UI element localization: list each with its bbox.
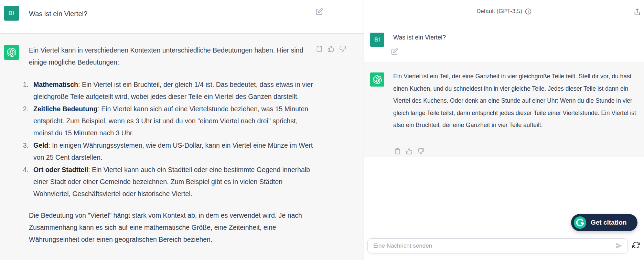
- message-action-icons: [394, 148, 424, 155]
- answer-intro: Ein Viertel kann in verschiedenen Kontex…: [29, 44, 318, 68]
- list-marker: 3.: [21, 139, 30, 151]
- list-item: 4.Ort oder Stadtteil: Ein Viertel kann a…: [29, 164, 318, 200]
- assistant-message-row: Ein Viertel ist ein Teil, der eine Ganzh…: [364, 63, 644, 157]
- share-upload-icon[interactable]: [634, 8, 641, 15]
- shared-conversation-panel: Default (GPT-3.5) BI Was ist ein Viertel…: [364, 0, 644, 260]
- list-item-lead: Zeitliche Bedeutung: [33, 105, 97, 113]
- user-message-row: BI Was ist ein Viertel?: [364, 23, 644, 63]
- user-question-text: Was ist ein Viertel?: [393, 34, 446, 41]
- assistant-answer-text: Ein Viertel kann in verschiedenen Kontex…: [29, 44, 318, 256]
- assistant-message-row: Ein Viertel kann in verschiedenen Kontex…: [0, 33, 364, 260]
- list-item: 3.Geld: In einigen Währungssystemen, wie…: [29, 139, 318, 163]
- user-avatar-initials: BI: [374, 37, 380, 43]
- model-header: Default (GPT-3.5): [364, 0, 644, 23]
- user-avatar: BI: [4, 6, 19, 21]
- conversation-panel-left: BI Was ist ein Viertel? Ein Viertel kann…: [0, 0, 364, 260]
- message-input[interactable]: [367, 238, 628, 253]
- grammarly-logo-icon: [574, 216, 586, 229]
- openai-logo-icon: [373, 75, 382, 84]
- user-question-text: Was ist ein Viertel?: [29, 9, 87, 19]
- get-citation-label: Get citation: [591, 219, 627, 226]
- edit-pencil-icon[interactable]: [391, 48, 398, 55]
- list-item-lead: Geld: [33, 142, 48, 149]
- user-message-row: BI Was ist ein Viertel?: [0, 0, 364, 33]
- assistant-avatar: [4, 45, 19, 60]
- model-name-label: Default (GPT-3.5): [476, 8, 522, 15]
- send-icon[interactable]: [615, 242, 623, 250]
- thumbs-up-icon[interactable]: [328, 45, 334, 52]
- openai-logo-icon: [7, 48, 16, 57]
- assistant-avatar: [370, 72, 384, 87]
- list-item-lead: Mathematisch: [33, 81, 78, 88]
- edit-pencil-icon[interactable]: [316, 8, 323, 15]
- thumbs-down-icon[interactable]: [339, 45, 346, 52]
- clipboard-copy-icon[interactable]: [394, 148, 401, 155]
- list-item: 1.Mathematisch: Ein Viertel ist ein Bruc…: [29, 79, 318, 103]
- assistant-answer-text: Ein Viertel ist ein Teil, der eine Ganzh…: [393, 70, 644, 132]
- regenerate-icon[interactable]: [632, 241, 640, 249]
- list-item: 2.Zeitliche Bedeutung: Ein Viertel kann …: [29, 103, 318, 139]
- get-citation-button[interactable]: Get citation: [571, 214, 637, 231]
- thumbs-down-icon[interactable]: [418, 148, 424, 155]
- message-action-icons: [316, 45, 346, 52]
- user-avatar: BI: [370, 33, 384, 47]
- list-marker: 2.: [21, 103, 30, 115]
- clipboard-copy-icon[interactable]: [316, 45, 323, 52]
- user-avatar-initials: BI: [9, 10, 14, 16]
- list-item-text: : In einigen Währungssystemen, wie dem U…: [33, 142, 313, 161]
- answer-outro: Die Bedeutung von "Viertel" hängt stark …: [29, 210, 318, 246]
- list-item-lead: Ort oder Stadtteil: [33, 166, 88, 173]
- list-marker: 1.: [21, 79, 30, 91]
- info-circle-icon[interactable]: [525, 8, 532, 15]
- answer-ordered-list: 1.Mathematisch: Ein Viertel ist ein Bruc…: [29, 79, 318, 200]
- list-marker: 4.: [21, 164, 30, 176]
- thumbs-up-icon[interactable]: [406, 148, 412, 155]
